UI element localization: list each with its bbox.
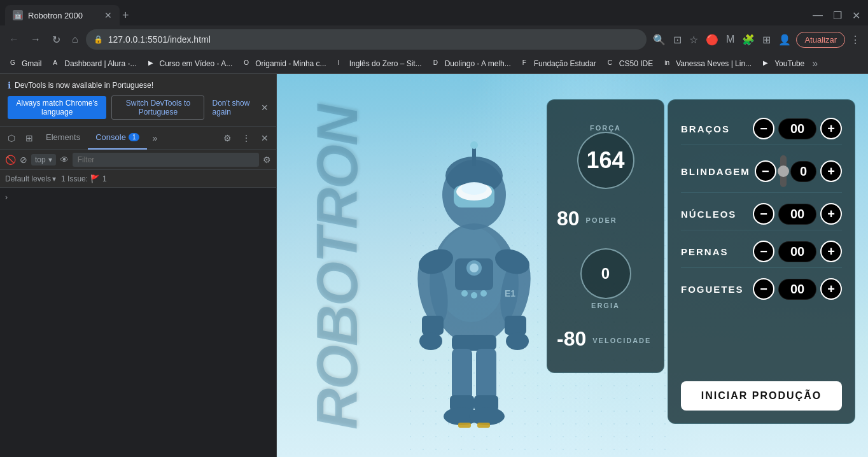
foguetes-spinner: − 00 + [753,278,842,300]
avatar-icon[interactable]: 👤 [776,31,794,48]
velocidade-value: -80 [557,327,586,351]
webpage-area: ROBOTRON [277,74,868,457]
svg-rect-10 [472,147,476,166]
blindagem-increment-button[interactable]: + [820,160,842,182]
browser-chrome: 🤖 Robotron 2000 ✕ + — ❐ ✕ ← → ↻ ⌂ 🔒 127.… [0,0,868,74]
bookmark-curso[interactable]: ▶ Curso em Vídeo - A... [143,58,238,69]
bookmark-ingles[interactable]: I Inglês do Zero – Sit... [333,58,427,69]
notification-buttons: Always match Chrome's language Switch De… [8,95,269,120]
control-pernas: PERNAS − 00 + [681,236,842,268]
main-area: ℹ DevTools is now available in Portugues… [0,74,868,457]
blindagem-slider-thumb[interactable] [778,165,789,177]
search-icon[interactable]: 🔍 [650,31,668,48]
clear-console-button[interactable]: 🚫 [5,155,16,165]
prompt-arrow: › [5,193,8,202]
atualizar-button[interactable]: Atualizar [796,32,845,48]
svg-point-28 [471,292,477,299]
notification-close-button[interactable]: ✕ [261,102,269,113]
bookmark-origamid[interactable]: O Origamid - Minha c... [239,58,331,69]
stop-button[interactable]: ⊘ [20,155,27,165]
tab-title: Robotron 2000 [28,11,99,20]
bookmark-alura[interactable]: A Dashboard | Alura -... [48,58,141,69]
devtools-toolbar: ⬡ ⊞ Elements Console 1 » ⚙ ⋮ ✕ [0,127,276,150]
control-foguetes: FOGUETES − 00 + [681,273,842,305]
svg-text:E1: E1 [505,288,515,299]
foguetes-increment-button[interactable]: + [820,278,842,300]
svg-rect-13 [422,316,444,335]
extension-icon3[interactable]: 🧩 [739,31,757,48]
visibility-button[interactable]: 👁 [60,155,69,165]
context-selector[interactable]: top ▾ [31,154,56,165]
extension-icon4[interactable]: ⊞ [760,31,773,48]
control-bracos: BRAÇOS − 00 + [681,113,842,145]
device-toolbar-button[interactable]: ⊞ [20,129,38,147]
control-nucleos: NÚCLEOS − 00 + [681,198,842,230]
svg-point-27 [461,290,468,297]
bookmark-fundacao[interactable]: F Fundação Estudar [517,58,601,69]
bracos-decrement-button[interactable]: − [753,118,774,139]
filter-input[interactable] [73,153,259,167]
bookmark-youtube[interactable]: ▶ YouTube [758,58,809,69]
chevron-down-icon: ▾ [52,174,56,183]
bookmark-vanessa[interactable]: in Vanessa Neves | Lin... [659,58,757,69]
nucleos-decrement-button[interactable]: − [753,203,774,225]
nucleos-increment-button[interactable]: + [820,203,842,225]
stat-poder: 80 PODER [557,207,654,230]
svg-point-9 [461,182,487,195]
settings-button[interactable]: ⚙ [218,129,237,147]
back-button[interactable]: ← [5,31,23,48]
default-levels-dropdown[interactable]: Default levels ▾ [5,174,56,183]
tab-elements[interactable]: Elements [38,127,88,150]
bracos-increment-button[interactable]: + [820,118,842,139]
close-devtools-button[interactable]: ✕ [256,129,274,147]
pernas-decrement-button[interactable]: − [753,241,774,262]
console-badge: 1 [129,133,140,141]
extension-icon2[interactable]: M [724,31,737,48]
new-tab-button[interactable]: + [122,9,129,22]
close-button[interactable]: ✕ [850,7,863,24]
cast-icon[interactable]: ⊡ [671,31,684,48]
console-prompt: › [5,190,271,204]
bookmark-cs50[interactable]: C CS50 IDE [603,58,658,69]
match-language-button[interactable]: Always match Chrome's language [8,96,106,119]
minimize-button[interactable]: — [810,7,825,24]
bookmark-label: Origamid - Minha c... [255,59,326,68]
more-button[interactable]: ⋮ [848,31,863,48]
home-button[interactable]: ⌂ [68,31,82,48]
foguetes-decrement-button[interactable]: − [753,278,774,300]
maximize-button[interactable]: ❐ [830,7,844,24]
svg-point-25 [469,407,505,425]
more-tabs-button[interactable]: » [147,129,162,147]
velocidade-row: -80 VELOCIDADE [557,327,654,351]
stats-panel: FORÇA 164 80 PODER 0 [547,99,664,373]
bookmark-label: Inglês do Zero – Sit... [349,59,422,68]
start-production-button[interactable]: INICIAR PRODUÇÃO [681,381,842,411]
blindagem-value: 0 [790,161,816,182]
forward-button[interactable]: → [27,31,45,48]
bookmark-label: Vanessa Neves | Lin... [676,59,752,68]
tab-console[interactable]: Console 1 [88,127,147,150]
switch-devtools-button[interactable]: Switch DevTools to Portuguese [111,95,204,120]
dont-show-again-link[interactable]: Don't show again [212,99,256,116]
pernas-increment-button[interactable]: + [820,241,842,262]
active-tab[interactable]: 🤖 Robotron 2000 ✕ [5,5,120,25]
velocidade-label: VELOCIDADE [592,337,651,344]
more-bookmarks-button[interactable]: » [812,58,818,69]
reload-button[interactable]: ↻ [48,31,64,48]
blindagem-decrement-button[interactable]: − [755,160,776,182]
bookmark-duolingo[interactable]: D Duolingo - A melh... [428,58,516,69]
console-output: › [0,188,276,457]
ingles-icon: I [338,59,347,68]
nucleos-spinner: − 00 + [753,203,842,225]
gmail-icon: G [10,59,19,68]
extension-icon1[interactable]: 🔴 [703,31,721,48]
inspect-element-button[interactable]: ⬡ [3,129,20,147]
tab-close-button[interactable]: ✕ [104,10,112,20]
fundacao-icon: F [522,59,531,68]
filter-settings-button[interactable]: ⚙ [263,155,271,165]
bookmark-gmail[interactable]: G Gmail [5,58,46,69]
kebab-menu-button[interactable]: ⋮ [237,129,256,147]
address-bar[interactable]: 🔒 127.0.0.1:5501/index.html [86,29,647,50]
blindagem-slider-track[interactable] [780,155,787,187]
bookmark-icon[interactable]: ☆ [687,31,701,48]
